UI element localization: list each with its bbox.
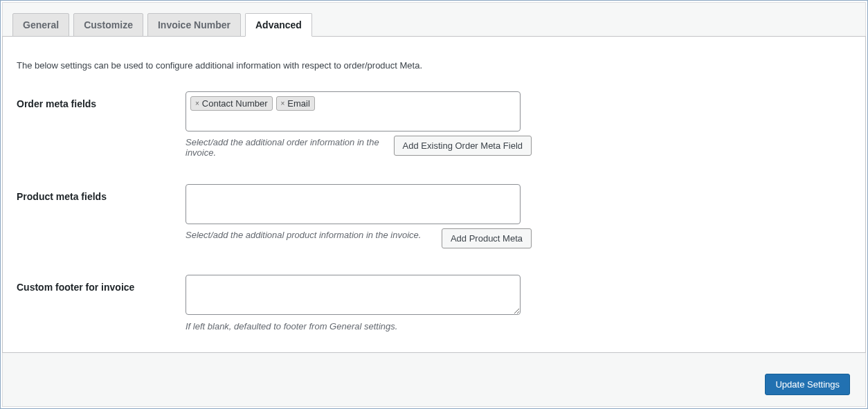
panel-footer: Update Settings [3,363,865,406]
settings-tabs: General Customize Invoice Number Advance… [3,3,865,36]
label-product-meta: Product meta fields [17,184,186,202]
product-meta-tagbox[interactable] [186,184,521,224]
row-order-meta: Order meta fields × Contact Number × Ema… [17,91,851,158]
help-product-meta: Select/add the additional product inform… [186,230,435,240]
tag-label: Contact Number [202,98,268,109]
order-meta-tagbox[interactable]: × Contact Number × Email [186,91,521,131]
tag-label: Email [287,98,310,109]
settings-panel: The below settings can be used to config… [2,36,866,353]
remove-tag-icon[interactable]: × [195,100,199,107]
custom-footer-textarea[interactable] [186,275,521,315]
help-custom-footer: If left blank, defaulted to footer from … [186,321,532,331]
intro-text: The below settings can be used to config… [17,60,851,71]
tab-customize[interactable]: Customize [73,13,143,37]
label-custom-footer: Custom footer for invoice [17,275,186,293]
row-custom-footer: Custom footer for invoice If left blank,… [17,275,851,331]
add-order-meta-button[interactable]: Add Existing Order Meta Field [394,136,532,156]
label-order-meta: Order meta fields [17,91,186,109]
help-order-meta: Select/add the additional order informat… [186,137,387,158]
remove-tag-icon[interactable]: × [281,100,285,107]
add-product-meta-button[interactable]: Add Product Meta [442,228,532,248]
tab-invoice-number[interactable]: Invoice Number [147,13,241,37]
tab-general[interactable]: General [12,13,69,37]
row-product-meta: Product meta fields Select/add the addit… [17,184,851,248]
tag-email[interactable]: × Email [276,96,315,111]
update-settings-button[interactable]: Update Settings [765,374,850,395]
tab-advanced[interactable]: Advanced [245,13,312,37]
tag-contact-number[interactable]: × Contact Number [190,96,273,111]
